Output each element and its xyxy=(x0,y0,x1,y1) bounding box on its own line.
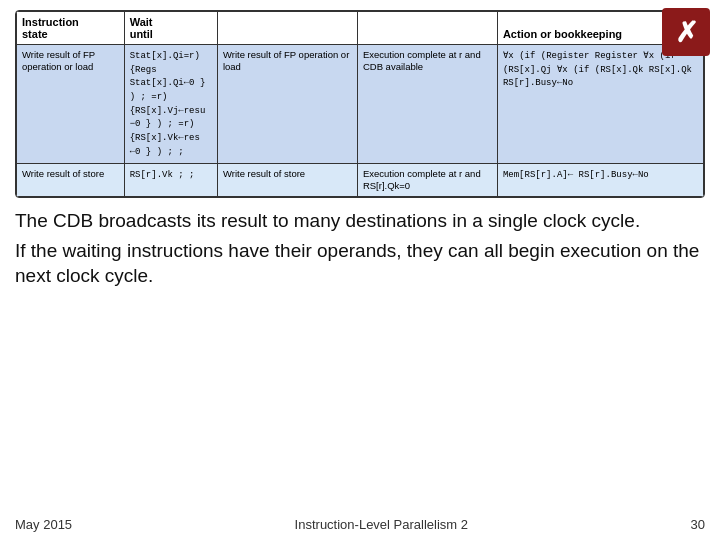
logo-area: ✗ xyxy=(662,8,710,56)
logo-icon: ✗ xyxy=(675,16,698,49)
cell-wait-1: Stat[x].Qi=r) {Regs Stat[x].Qi←0 } ) ; =… xyxy=(124,45,217,164)
paragraph-2: If the waiting instructions have their o… xyxy=(15,238,705,289)
table-row: Write result of store RS[r].Vk ; ; Write… xyxy=(17,163,704,197)
cell-instruction-1: Write result of FP operation or load xyxy=(17,45,125,164)
header-execution xyxy=(357,12,497,45)
header-write xyxy=(217,12,357,45)
header-instruction: Instruction state xyxy=(17,12,125,45)
cell-write-1: Write result of FP operation or load xyxy=(217,45,357,164)
footer-title: Instruction-Level Parallelism 2 xyxy=(295,517,468,532)
cell-action-1: ∀x (if (Register Register ∀x (if (RS[x].… xyxy=(497,45,703,164)
text-section: The CDB broadcasts its result to many de… xyxy=(15,208,705,293)
footer-date: May 2015 xyxy=(15,517,72,532)
header-wait: Wait until xyxy=(124,12,217,45)
main-table: Instruction state Wait until Action or b… xyxy=(16,11,704,197)
cell-write-2: Write result of store xyxy=(217,163,357,197)
paragraph-1: The CDB broadcasts its result to many de… xyxy=(15,208,705,234)
cell-wait-2: RS[r].Vk ; ; xyxy=(124,163,217,197)
code-wait-1: Stat[x].Qi=r) {Regs Stat[x].Qi←0 } ) ; =… xyxy=(130,51,206,157)
code-wait-2: RS[r].Vk ; ; xyxy=(130,170,195,180)
table-wrapper: Instruction state Wait until Action or b… xyxy=(15,10,705,198)
main-container: ✗ Instruction state Wait until A xyxy=(0,0,720,540)
table-header-row: Instruction state Wait until Action or b… xyxy=(17,12,704,45)
footer-page: 30 xyxy=(691,517,705,532)
table-row: Write result of FP operation or load Sta… xyxy=(17,45,704,164)
cell-execution-2: Execution complete at r and RS[r].Qk=0 xyxy=(357,163,497,197)
cell-execution-1: Execution complete at r and CDB availabl… xyxy=(357,45,497,164)
cell-action-2: Mem[RS[r].A]← RS[r].Busy←No xyxy=(497,163,703,197)
cell-instruction-2: Write result of store xyxy=(17,163,125,197)
footer: May 2015 Instruction-Level Parallelism 2… xyxy=(15,513,705,532)
